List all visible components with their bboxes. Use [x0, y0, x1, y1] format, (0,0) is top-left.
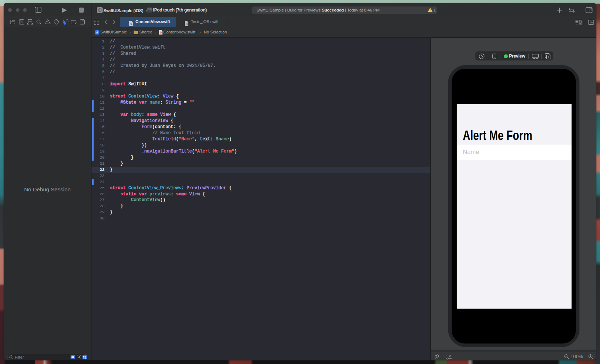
svg-text:Alert Me Form: Alert Me Form: [463, 128, 532, 143]
